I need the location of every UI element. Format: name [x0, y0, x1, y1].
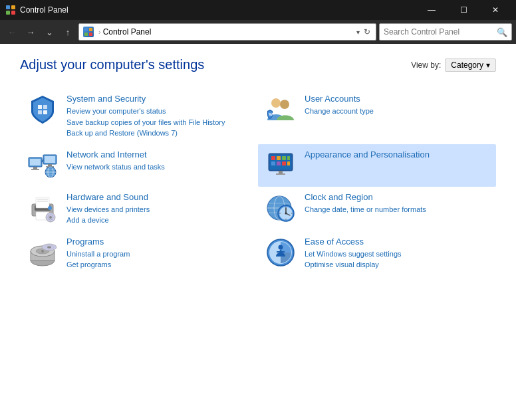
- svg-rect-20: [45, 156, 55, 163]
- search-input[interactable]: [384, 27, 497, 37]
- user-accounts-title[interactable]: User Accounts: [305, 94, 489, 104]
- titlebar: Control Panel — ☐ ✕: [0, 0, 516, 20]
- clock-region-link-1[interactable]: Change date, time or number formats: [305, 204, 489, 215]
- svg-rect-10: [38, 110, 42, 114]
- svg-rect-31: [271, 156, 275, 160]
- address-bar[interactable]: › Control Panel ▾ ↻: [78, 23, 376, 41]
- up-button[interactable]: ↑: [60, 24, 76, 40]
- window-title: Control Panel: [20, 5, 416, 15]
- hardware-sound-content: Hardware and Sound View devices and prin…: [66, 192, 251, 226]
- address-separator: ›: [98, 28, 101, 36]
- close-button[interactable]: ✕: [480, 0, 511, 20]
- user-accounts-link-1[interactable]: Change account type: [305, 106, 489, 117]
- forward-button[interactable]: →: [23, 24, 39, 40]
- svg-point-49: [49, 216, 52, 219]
- hardware-sound-icon: [27, 192, 59, 224]
- network-internet-content: Network and Internet View network status…: [66, 150, 251, 173]
- view-by-arrow: ▾: [486, 60, 490, 70]
- svg-rect-6: [84, 33, 88, 36]
- svg-rect-5: [89, 28, 92, 31]
- svg-point-12: [271, 98, 281, 108]
- minimize-button[interactable]: —: [416, 0, 447, 20]
- svg-rect-16: [30, 159, 41, 165]
- user-accounts-icon: W: [265, 94, 297, 126]
- page-header: Adjust your computer's settings View by:…: [20, 57, 496, 72]
- ease-access-title[interactable]: Ease of Access: [305, 237, 489, 247]
- system-security-link-3[interactable]: Back up and Restore (Windows 7): [66, 128, 251, 139]
- programs-content: Programs Uninstall a program Get program…: [66, 237, 251, 270]
- svg-rect-35: [277, 161, 281, 165]
- svg-rect-33: [282, 156, 286, 160]
- ease-access-link-2[interactable]: Optimise visual display: [305, 259, 489, 270]
- ease-access-icon: [265, 237, 297, 268]
- clock-region-title[interactable]: Clock and Region: [305, 192, 489, 202]
- svg-rect-36: [282, 161, 286, 165]
- system-security-link-2[interactable]: Save backup copies of your files with Fi…: [66, 117, 251, 128]
- svg-point-63: [285, 219, 287, 220]
- category-clock-region[interactable]: Clock and Region Change date, time or nu…: [258, 187, 496, 231]
- category-programs[interactable]: Programs Uninstall a program Get program…: [20, 231, 258, 276]
- svg-rect-3: [11, 11, 15, 15]
- view-by-value: Category: [451, 60, 483, 70]
- svg-rect-4: [84, 28, 88, 31]
- clock-region-content: Clock and Region Change date, time or nu…: [305, 192, 489, 215]
- svg-rect-2: [6, 11, 10, 15]
- svg-point-13: [280, 100, 289, 109]
- address-dropdown-button[interactable]: ▾: [355, 27, 361, 37]
- ease-access-link-1[interactable]: Let Windows suggest settings: [305, 249, 489, 260]
- svg-rect-7: [89, 33, 92, 36]
- svg-text:W: W: [269, 112, 273, 116]
- category-user-accounts[interactable]: W User Accounts Change account type: [258, 88, 496, 144]
- category-ease-access[interactable]: Ease of Access Let Windows suggest setti…: [258, 231, 496, 276]
- system-security-title[interactable]: System and Security: [66, 94, 251, 104]
- category-system-security[interactable]: System and Security Review your computer…: [20, 88, 258, 144]
- ease-access-content: Ease of Access Let Windows suggest setti…: [305, 237, 489, 270]
- toolbar: ← → ⌄ ↑ › Control Panel ▾ ↻ 🔍: [0, 20, 516, 44]
- network-internet-title[interactable]: Network and Internet: [66, 150, 251, 159]
- svg-rect-32: [277, 156, 281, 160]
- network-internet-link-1[interactable]: View network status and tasks: [66, 161, 251, 173]
- svg-point-61: [285, 207, 287, 208]
- clock-region-icon: [265, 192, 297, 224]
- window-controls: — ☐ ✕: [416, 0, 511, 20]
- user-accounts-content: User Accounts Change account type: [305, 94, 489, 117]
- programs-title[interactable]: Programs: [66, 237, 251, 247]
- history-dropdown-button[interactable]: ⌄: [41, 24, 57, 40]
- view-by-label: View by:: [411, 60, 441, 70]
- svg-rect-8: [38, 105, 42, 109]
- svg-point-64: [279, 213, 281, 214]
- appearance-icon: [265, 150, 297, 181]
- system-security-link-1[interactable]: Review your computer's status: [66, 106, 251, 117]
- svg-rect-37: [287, 156, 290, 160]
- category-network-internet[interactable]: Network and Internet View network status…: [20, 144, 258, 187]
- network-internet-icon: [27, 150, 59, 181]
- programs-link-2[interactable]: Get programs: [66, 259, 251, 270]
- system-security-icon: [27, 94, 59, 126]
- back-button[interactable]: ←: [4, 24, 20, 40]
- appearance-title[interactable]: Appearance and Personalisation: [305, 150, 489, 159]
- svg-point-69: [41, 250, 44, 253]
- hardware-sound-link-1[interactable]: View devices and printers: [66, 204, 251, 215]
- programs-icon: [27, 237, 59, 268]
- hardware-sound-title[interactable]: Hardware and Sound: [66, 192, 251, 202]
- hardware-sound-link-2[interactable]: Add a device: [66, 215, 251, 226]
- svg-rect-40: [276, 173, 285, 175]
- search-button[interactable]: 🔍: [497, 27, 507, 37]
- view-by-dropdown[interactable]: Category ▾: [445, 58, 496, 72]
- main-content: Adjust your computer's settings View by:…: [0, 44, 516, 420]
- refresh-button[interactable]: ↻: [362, 26, 372, 38]
- maximize-button[interactable]: ☐: [448, 0, 479, 20]
- system-security-content: System and Security Review your computer…: [66, 94, 251, 139]
- appearance-content: Appearance and Personalisation: [305, 150, 489, 161]
- address-dropdown: ▾ ↻: [355, 26, 372, 38]
- svg-rect-44: [37, 199, 48, 200]
- svg-point-71: [47, 246, 51, 248]
- svg-point-47: [48, 206, 52, 210]
- category-appearance[interactable]: Appearance and Personalisation: [258, 144, 496, 187]
- svg-rect-1: [11, 5, 15, 9]
- svg-point-62: [291, 213, 293, 214]
- search-box[interactable]: 🔍: [379, 23, 512, 41]
- category-hardware-sound[interactable]: Hardware and Sound View devices and prin…: [20, 187, 258, 231]
- address-text: Control Panel: [103, 27, 355, 37]
- programs-link-1[interactable]: Uninstall a program: [66, 249, 251, 260]
